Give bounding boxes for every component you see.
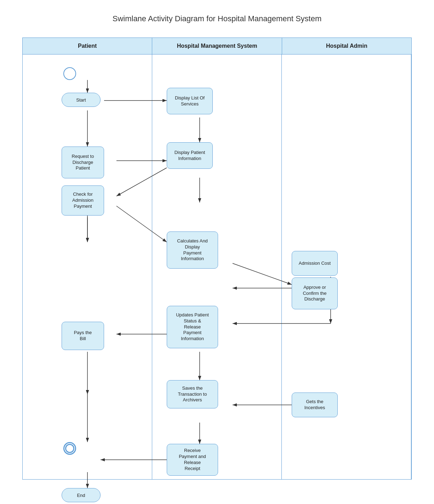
end-node: End <box>62 488 101 502</box>
pays-bill-node: Pays the Bill <box>62 322 104 350</box>
end-target-circle <box>63 442 76 455</box>
col-header-hms: Hospital Management System <box>152 38 282 54</box>
swimlane-body: Start Request to Discharge Patient Check… <box>23 55 411 479</box>
swimlane-header: Patient Hospital Management System Hospi… <box>23 38 411 55</box>
approve-discharge-node: Approve orConfirm theDischarge <box>292 277 338 309</box>
swimlane-table: Patient Hospital Management System Hospi… <box>22 38 412 480</box>
col-header-admin: Hospital Admin <box>282 38 411 54</box>
admission-cost-node: Admission Cost <box>292 251 338 276</box>
saves-transaction-node: Saves theTransaction toArchivers <box>167 380 218 408</box>
display-patient-node: Display PatientInformation <box>167 142 213 169</box>
updates-patient-node: Updates PatientStatus &ReleasePaymentInf… <box>167 306 218 348</box>
start-initial-circle <box>63 67 76 80</box>
col-header-patient: Patient <box>23 38 152 54</box>
gets-incentives-node: Gets theIncentives <box>292 393 338 417</box>
calculates-node: Calculates AndDisplayPaymentInformation <box>167 231 218 269</box>
lane-patient <box>23 55 152 479</box>
receive-payment-node: ReceivePayment andReleaseReceipt <box>167 444 218 476</box>
start-node: Start <box>62 93 101 107</box>
page-title: Swimlane Activity Diagram for Hospital M… <box>22 11 412 27</box>
check-admission-node: Check forAdmissionPayment <box>62 185 104 216</box>
page-container: Swimlane Activity Diagram for Hospital M… <box>22 11 412 480</box>
request-discharge-node: Request to Discharge Patient <box>62 147 104 178</box>
display-list-node: Display List OfServices <box>167 88 213 114</box>
